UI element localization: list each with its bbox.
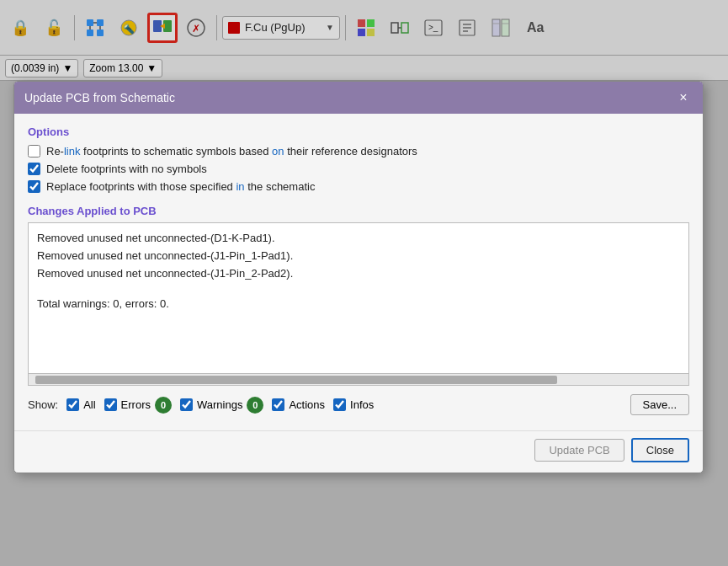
log-line-2: Removed unused net unconnected-(J1-Pin_1… (37, 248, 680, 265)
hscroll-thumb (35, 376, 557, 384)
update-pcb-button[interactable]: Update PCB (534, 439, 624, 462)
relink-checkbox[interactable] (28, 145, 40, 158)
delete-fp-label: Delete footprints with no symbols (46, 163, 207, 175)
show-errors-label: Errors (121, 398, 151, 411)
show-actions-label: Actions (289, 398, 325, 411)
log-line-1: Removed unused net unconnected-(D1-K-Pad… (37, 230, 680, 248)
show-all-checkbox[interactable] (66, 398, 79, 411)
show-warnings-label: Warnings (197, 398, 242, 411)
close-button[interactable]: Close (631, 438, 689, 462)
log-area[interactable]: Removed unused net unconnected-(D1-K-Pad… (28, 222, 689, 374)
show-errors-item: Errors 0 (104, 397, 172, 414)
warnings-badge: 0 (247, 397, 263, 414)
log-summary: Total warnings: 0, errors: 0. (37, 296, 680, 313)
replace-fp-checkbox[interactable] (28, 180, 40, 193)
show-actions-checkbox[interactable] (272, 398, 284, 411)
relink-label: Re-link footprints to schematic symbols … (46, 145, 417, 158)
delete-fp-checkbox[interactable] (28, 163, 40, 175)
relink-checkbox-row: Re-link footprints to schematic symbols … (28, 145, 689, 158)
show-errors-checkbox[interactable] (104, 398, 117, 411)
show-label: Show: (28, 398, 58, 411)
replace-fp-checkbox-row: Replace footprints with those specified … (28, 180, 689, 193)
dialog-body: Options Re-link footprints to schematic … (14, 114, 703, 430)
show-all-label: All (83, 398, 95, 411)
show-infos-checkbox[interactable] (333, 398, 346, 411)
horizontal-scrollbar[interactable] (28, 374, 689, 386)
show-actions-item: Actions (272, 398, 325, 411)
log-line-3: Removed unused net unconnected-(J1-Pin_2… (37, 265, 680, 283)
show-infos-item: Infos (333, 398, 374, 411)
options-section-title: Options (28, 125, 689, 138)
save-button[interactable]: Save... (630, 394, 689, 415)
update-pcb-dialog: Update PCB from Schematic × Options Re-l… (13, 81, 704, 473)
show-infos-label: Infos (350, 398, 374, 411)
show-warnings-item: Warnings 0 (180, 397, 263, 414)
dialog-footer: Update PCB Close (14, 430, 703, 473)
replace-fp-label: Replace footprints with those specified … (46, 180, 315, 193)
dialog-close-button[interactable]: × (674, 88, 693, 107)
show-warnings-checkbox[interactable] (180, 398, 193, 411)
delete-fp-checkbox-row: Delete footprints with no symbols (28, 163, 689, 175)
show-all-item: All (66, 398, 95, 411)
dialog-titlebar: Update PCB from Schematic × (14, 82, 703, 114)
errors-badge: 0 (155, 397, 172, 414)
dialog-title: Update PCB from Schematic (24, 91, 175, 104)
show-filter-bar: Show: All Errors 0 Warnings 0 (28, 386, 689, 422)
dialog-backdrop: Update PCB from Schematic × Options Re-l… (0, 0, 728, 566)
changes-section-title: Changes Applied to PCB (28, 205, 689, 217)
